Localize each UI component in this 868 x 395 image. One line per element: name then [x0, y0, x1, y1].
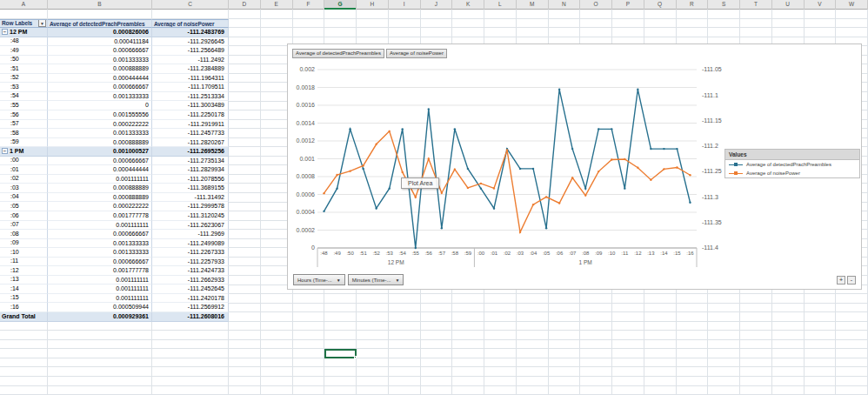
pivot-cell-detected-prach[interactable]: 0.001777778 — [48, 211, 152, 221]
axis-field-filter-button[interactable]: Minutes (Time-...▼ — [348, 274, 404, 285]
column-header-E[interactable]: E — [261, 0, 293, 10]
pivot-row-label-cell[interactable]: :55 — [0, 101, 48, 110]
legend-values-button[interactable]: Values — [725, 150, 859, 160]
column-header-F[interactable]: F — [293, 0, 325, 10]
pivot-cell-detected-prach[interactable]: 0 — [48, 101, 152, 110]
collapse-button-icon[interactable]: − — [2, 148, 8, 154]
pivot-cell-noise-power[interactable]: -111.2424733 — [152, 266, 229, 276]
column-header-G[interactable]: G — [324, 0, 357, 10]
pivot-row-label-cell[interactable]: :52 — [0, 74, 48, 84]
pivot-cell-noise-power[interactable]: -111.2926645 — [152, 37, 229, 47]
column-header-R[interactable]: R — [677, 0, 709, 10]
column-header-N[interactable]: N — [549, 0, 581, 10]
chart-field-button[interactable]: Average of noisePower — [386, 49, 447, 58]
pivot-cell-noise-power[interactable]: -111.2452645 — [152, 285, 229, 294]
pivot-cell-noise-power[interactable]: -111.2623067 — [152, 221, 229, 231]
column-header-C[interactable]: C — [152, 0, 229, 10]
pivot-cell-detected-prach[interactable]: 0.001333333 — [48, 239, 152, 249]
pivot-cell-detected-prach[interactable]: 0.000509944 — [48, 303, 152, 312]
column-header-A[interactable]: A — [0, 0, 48, 10]
pivot-cell-noise-power[interactable]: -111.1709511 — [152, 83, 229, 92]
pivot-cell-detected-prach[interactable]: 0.001333333 — [48, 248, 152, 258]
collapse-button-icon[interactable]: − — [2, 29, 8, 35]
column-header-D[interactable]: D — [229, 0, 261, 10]
pivot-cell-detected-prach[interactable]: 0.000888889 — [48, 193, 152, 203]
pivot-row-label-cell[interactable]: :08 — [0, 230, 48, 239]
pivot-cell-noise-power[interactable]: -111.2999578 — [152, 202, 229, 211]
pivot-row-label-cell[interactable]: :01 — [0, 165, 48, 175]
pivot-cell-noise-power[interactable]: -111.2735134 — [152, 157, 229, 166]
pivot-cell-detected-prach[interactable]: 0.001111111 — [48, 221, 152, 231]
pivot-row-label-cell[interactable]: :50 — [0, 56, 48, 65]
pivot-row-label-cell[interactable]: :03 — [0, 184, 48, 193]
pivot-cell-detected-prach[interactable]: 0.000222222 — [48, 120, 152, 130]
collapse-button[interactable]: - — [847, 276, 856, 285]
pivot-row-label-cell[interactable]: :11 — [0, 258, 48, 267]
pivot-header-col2[interactable]: Average of noisePower — [152, 19, 229, 29]
pivot-cell-noise-power[interactable]: -111.3689155 — [152, 184, 229, 193]
pivot-cell-noise-power[interactable]: -111.2384889 — [152, 64, 229, 74]
column-header-L[interactable]: L — [484, 0, 517, 10]
pivot-cell-noise-power[interactable]: -111.31492 — [152, 193, 229, 203]
column-header-U[interactable]: U — [772, 0, 805, 10]
pivot-cell-detected-prach[interactable]: 0.000666667 — [48, 83, 152, 92]
pivot-cell-noise-power[interactable]: -111.2483769 — [152, 28, 229, 37]
column-header-K[interactable]: K — [452, 0, 484, 10]
pivot-cell-detected-prach[interactable]: 0.001333333 — [48, 56, 152, 65]
pivot-cell-detected-prach[interactable]: 0.000666667 — [48, 258, 152, 267]
row-labels-filter-dropdown-icon[interactable]: ▼ — [38, 19, 46, 27]
pivot-cell-detected-prach[interactable]: 0.000444444 — [48, 74, 152, 84]
pivot-cell-noise-power[interactable]: -111.2257933 — [152, 258, 229, 267]
pivot-cell-detected-prach[interactable]: 0.001111111 — [48, 294, 152, 304]
pivot-row-label-cell[interactable]: :56 — [0, 110, 48, 120]
column-header-O[interactable]: O — [580, 0, 612, 10]
pivot-cell-detected-prach[interactable]: 0.001000527 — [48, 147, 152, 157]
pivot-header-col1[interactable]: Average of detectedPrachPreambles — [48, 19, 152, 29]
pivot-row-label-cell[interactable]: :59 — [0, 138, 48, 148]
pivot-row-label-cell[interactable]: :58 — [0, 129, 48, 138]
selected-cell[interactable] — [324, 349, 357, 358]
pivot-row-label-cell[interactable]: :05 — [0, 202, 48, 211]
pivot-row-label-cell[interactable]: −12 PM — [0, 28, 48, 37]
column-header-I[interactable]: I — [389, 0, 421, 10]
pivot-row-label-cell[interactable]: :57 — [0, 120, 48, 130]
pivot-cell-noise-power[interactable]: -111.2829934 — [152, 165, 229, 175]
pivot-cell-detected-prach[interactable]: 0.001111111 — [48, 175, 152, 184]
column-header-S[interactable]: S — [708, 0, 740, 10]
pivot-cell-noise-power[interactable]: -111.2969 — [152, 230, 229, 239]
axis-field-filter-button[interactable]: Hours (Time-...▼ — [293, 274, 345, 285]
pivot-cell-detected-prach[interactable]: 0.001111111 — [48, 276, 152, 285]
pivot-row-label-cell[interactable]: −1 PM — [0, 147, 48, 157]
pivot-cell-detected-prach[interactable]: 0.000222222 — [48, 202, 152, 211]
series-line-average-of-detectedprachpreambles[interactable] — [324, 90, 691, 248]
pivot-row-label-cell[interactable]: :54 — [0, 92, 48, 102]
legend-entry[interactable]: Average of noisePower — [725, 169, 859, 177]
column-header-B[interactable]: B — [48, 0, 152, 10]
pivot-row-label-cell[interactable]: :15 — [0, 294, 48, 304]
pivot-cell-detected-prach[interactable]: 0.000411184 — [48, 37, 152, 47]
pivot-cell-detected-prach[interactable]: 0.000666667 — [48, 46, 152, 56]
pivot-cell-detected-prach[interactable]: 0.000888889 — [48, 184, 152, 193]
pivot-row-label-cell[interactable]: :02 — [0, 175, 48, 184]
pivot-header-row-labels[interactable]: Row Labels ▼ — [0, 19, 48, 29]
pivot-row-label-cell[interactable]: Grand Total — [0, 312, 48, 322]
pivot-row-label-cell[interactable]: :48 — [0, 37, 48, 47]
pivot-row-label-cell[interactable]: :07 — [0, 221, 48, 231]
pivot-cell-detected-prach[interactable]: 0.001333333 — [48, 92, 152, 102]
pivot-row-label-cell[interactable]: :06 — [0, 211, 48, 221]
pivot-row-label-cell[interactable]: :00 — [0, 157, 48, 166]
pivot-cell-noise-power[interactable]: -111.2608016 — [152, 312, 229, 322]
column-header-P[interactable]: P — [612, 0, 644, 10]
pivot-cell-detected-prach[interactable]: 0.000444444 — [48, 165, 152, 175]
pivot-cell-noise-power[interactable]: -111.2566489 — [152, 46, 229, 56]
pivot-cell-noise-power[interactable]: -111.3003489 — [152, 101, 229, 110]
pivot-cell-noise-power[interactable]: -111.2513334 — [152, 92, 229, 102]
column-header-W[interactable]: W — [836, 0, 868, 10]
column-header-J[interactable]: J — [421, 0, 453, 10]
pivot-cell-detected-prach[interactable]: 0.001111111 — [48, 285, 152, 294]
column-header-Q[interactable]: Q — [644, 0, 677, 10]
column-header-H[interactable]: H — [357, 0, 389, 10]
pivot-row-label-cell[interactable]: :09 — [0, 239, 48, 249]
pivot-row-label-cell[interactable]: :49 — [0, 46, 48, 56]
pivot-row-label-cell[interactable]: :04 — [0, 193, 48, 203]
